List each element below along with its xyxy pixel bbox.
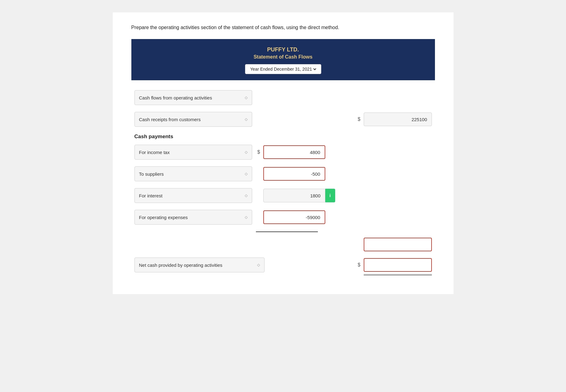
cash-receipts-label: Cash receipts from customers [139,117,201,122]
income-tax-label: For income tax [139,150,170,155]
cash-receipts-select[interactable]: Cash receipts from customers ◇ [134,112,252,127]
suppliers-input[interactable] [263,167,325,181]
dollar-sign-net: $ [356,262,361,268]
instruction-text: Prepare the operating activities section… [131,25,435,30]
chevron-icon-6: ◇ [245,215,248,219]
info-icon: i [330,193,331,198]
interest-row: For interest ◇ $ i [134,188,432,203]
chevron-icon: ◇ [245,95,248,100]
chevron-icon-5: ◇ [245,193,248,198]
summary-input[interactable] [364,238,432,251]
payments-underline [256,231,318,232]
operating-activities-row: Cash flows from operating activities ◇ [134,90,432,105]
operating-expenses-row: For operating expenses ◇ $ [134,210,432,225]
dollar-sign-receipts: $ [356,117,361,122]
income-tax-row: For income tax ◇ $ [134,145,432,160]
operating-activities-label: Cash flows from operating activities [139,95,212,100]
interest-input[interactable] [263,189,325,202]
period-select-wrapper[interactable]: Year Ended December 31, 2021 [245,64,321,74]
chevron-icon-7: ◇ [257,263,260,267]
operating-expenses-label: For operating expenses [139,215,188,220]
statement-header: PUFFY LTD. Statement of Cash Flows Year … [131,39,435,80]
page-container: Prepare the operating activities section… [113,12,454,294]
period-select[interactable]: Year Ended December 31, 2021 [249,66,317,72]
net-cash-select[interactable]: Net cash provided by operating activitie… [134,258,265,272]
interest-select[interactable]: For interest ◇ [134,188,252,203]
cash-receipts-input[interactable] [364,112,432,126]
info-button[interactable]: i [325,189,335,202]
income-tax-select[interactable]: For income tax ◇ [134,145,252,160]
dollar-sign-tax: $ [255,149,260,155]
operating-expenses-select[interactable]: For operating expenses ◇ [134,210,252,225]
suppliers-label: To suppliers [139,171,164,177]
chevron-icon-3: ◇ [245,150,248,154]
company-name: PUFFY LTD. [138,46,429,53]
operating-expenses-input[interactable] [263,210,325,224]
suppliers-select[interactable]: To suppliers ◇ [134,166,252,181]
operating-activities-select[interactable]: Cash flows from operating activities ◇ [134,90,252,105]
interest-label: For interest [139,193,163,198]
net-cash-input[interactable] [364,258,432,272]
chevron-icon-4: ◇ [245,172,248,176]
content-area: Cash flows from operating activities ◇ C… [131,90,435,275]
double-underline [364,274,432,275]
suppliers-row: To suppliers ◇ $ [134,166,432,181]
net-cash-label: Net cash provided by operating activitie… [139,262,222,268]
net-cash-row: Net cash provided by operating activitie… [134,258,432,272]
cash-payments-heading: Cash payments [134,134,432,140]
statement-title: Statement of Cash Flows [138,54,429,60]
cash-receipts-row: Cash receipts from customers ◇ $ [134,112,432,127]
income-tax-input[interactable] [263,145,325,159]
chevron-icon-2: ◇ [245,117,248,121]
